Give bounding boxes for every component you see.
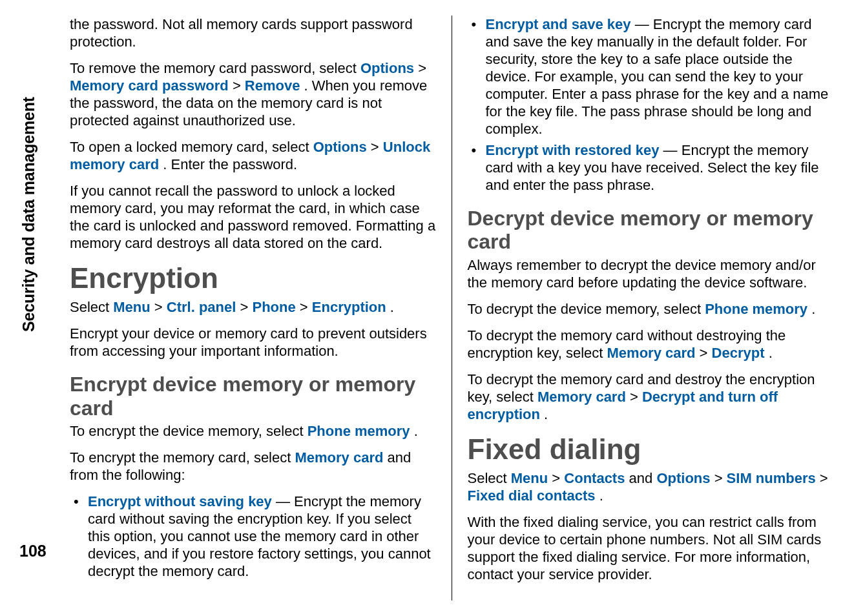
separator: > xyxy=(630,389,642,405)
encrypt-options-list: Encrypt without saving key — Encrypt the… xyxy=(70,493,436,580)
encrypt-and-save-key-label: Encrypt and save key xyxy=(486,16,631,32)
separator: > xyxy=(552,470,564,486)
phone-label: Phone xyxy=(252,299,295,315)
menu-label: Menu xyxy=(511,470,548,486)
memory-card-label: Memory card xyxy=(537,389,626,405)
separator: > xyxy=(418,60,426,76)
phone-memory-label: Phone memory xyxy=(705,301,807,317)
encrypt-without-saving-key-label: Encrypt without saving key xyxy=(88,493,272,509)
sim-numbers-label: SIM numbers xyxy=(727,470,816,486)
text: . Enter the password. xyxy=(163,156,297,172)
content-area: the password. Not all memory cards suppo… xyxy=(70,15,833,601)
text: . xyxy=(811,301,815,317)
paragraph: Encrypt your device or memory card to pr… xyxy=(70,325,436,360)
text: Select xyxy=(70,299,113,315)
text: To decrypt the device memory, select xyxy=(468,301,705,317)
left-column: the password. Not all memory cards suppo… xyxy=(70,15,452,601)
encryption-label: Encryption xyxy=(312,299,386,315)
text: To encrypt the device memory, select xyxy=(70,423,307,439)
text: To remove the memory card password, sele… xyxy=(70,60,360,76)
separator: > xyxy=(233,77,245,94)
decrypt-label: Decrypt xyxy=(712,345,765,361)
paragraph: To encrypt the memory card, select Memor… xyxy=(70,449,436,484)
paragraph: To open a locked memory card, select Opt… xyxy=(70,138,436,173)
memory-card-password-label: Memory card password xyxy=(70,77,229,94)
list-item: Encrypt without saving key — Encrypt the… xyxy=(70,493,436,580)
remove-label: Remove xyxy=(245,77,300,94)
options-label: Options xyxy=(656,470,710,486)
paragraph: To encrypt the device memory, select Pho… xyxy=(70,422,436,440)
text: . xyxy=(769,345,773,361)
paragraph: Select Menu > Ctrl. panel > Phone > Encr… xyxy=(70,298,436,316)
text: To open a locked memory card, select xyxy=(70,139,313,155)
text: . xyxy=(599,488,603,504)
list-item: Encrypt and save key — Encrypt the memor… xyxy=(468,15,834,138)
paragraph: Select Menu > Contacts and Options > SIM… xyxy=(468,469,834,504)
encrypt-options-list-cont: Encrypt and save key — Encrypt the memor… xyxy=(468,15,834,194)
encrypt-subheading: Encrypt device memory or memory card xyxy=(70,373,436,420)
right-column: Encrypt and save key — Encrypt the memor… xyxy=(452,15,834,601)
memory-card-label: Memory card xyxy=(607,345,696,361)
text: To encrypt the memory card, select xyxy=(70,449,295,466)
text: — Encrypt the memory card and save the k… xyxy=(486,16,829,137)
contacts-label: Contacts xyxy=(564,470,625,486)
paragraph: To remove the memory card password, sele… xyxy=(70,59,436,129)
list-item: Encrypt with restored key — Encrypt the … xyxy=(468,141,834,194)
paragraph: the password. Not all memory cards suppo… xyxy=(70,15,436,50)
text: and xyxy=(629,470,657,486)
page: Security and data management 108 the pas… xyxy=(0,0,854,616)
options-label: Options xyxy=(313,139,367,155)
paragraph: With the fixed dialing service, you can … xyxy=(468,513,834,583)
encryption-heading: Encryption xyxy=(70,263,436,293)
separator: > xyxy=(154,299,167,315)
ctrl-panel-label: Ctrl. panel xyxy=(167,299,236,315)
decrypt-subheading: Decrypt device memory or memory card xyxy=(468,207,834,254)
paragraph: If you cannot recall the password to unl… xyxy=(70,182,436,252)
fixed-dial-contacts-label: Fixed dial contacts xyxy=(468,488,596,504)
menu-label: Menu xyxy=(113,299,150,315)
paragraph: Always remember to decrypt the device me… xyxy=(468,256,834,291)
phone-memory-label: Phone memory xyxy=(307,423,410,439)
text: . xyxy=(414,423,418,439)
separator: > xyxy=(700,345,712,361)
encrypt-with-restored-key-label: Encrypt with restored key xyxy=(486,142,660,158)
options-label: Options xyxy=(360,60,414,76)
page-number: 108 xyxy=(19,542,47,560)
paragraph: To decrypt the memory card and destroy t… xyxy=(468,371,834,423)
side-tab-label: Security and data management xyxy=(19,97,38,332)
separator: > xyxy=(300,299,312,315)
separator: > xyxy=(714,470,727,486)
text: . xyxy=(390,299,394,315)
fixed-dialing-heading: Fixed dialing xyxy=(468,435,834,464)
paragraph: To decrypt the device memory, select Pho… xyxy=(468,300,834,318)
separator: > xyxy=(820,470,828,486)
memory-card-label: Memory card xyxy=(295,449,383,466)
paragraph: To decrypt the memory card without destr… xyxy=(468,327,834,362)
separator: > xyxy=(240,299,253,315)
text: . xyxy=(544,406,548,422)
separator: > xyxy=(371,139,383,155)
text: Select xyxy=(468,470,511,486)
